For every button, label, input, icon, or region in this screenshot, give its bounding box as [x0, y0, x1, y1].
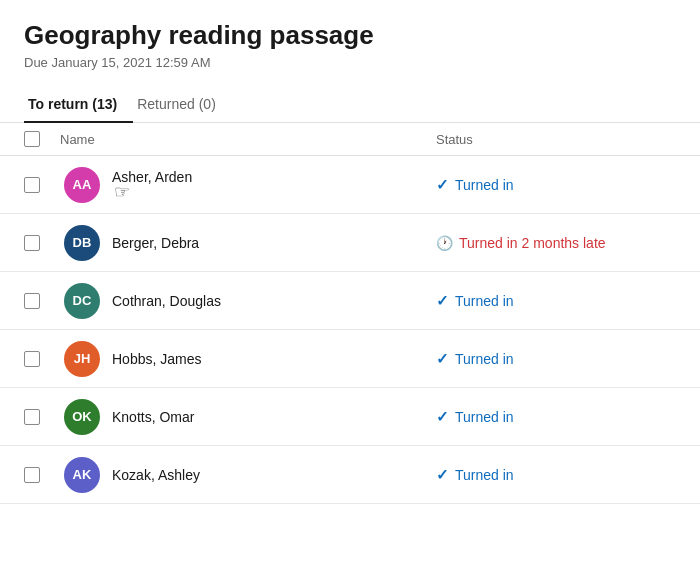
- column-status-header: Status: [436, 132, 676, 147]
- tabs-container: To return (13) Returned (0): [0, 82, 700, 123]
- table-row[interactable]: DBBerger, Debra🕐Turned in 2 months late: [0, 214, 700, 272]
- page-header: Geography reading passage Due January 15…: [0, 0, 700, 82]
- checkmark-icon: ✓: [436, 466, 449, 484]
- table-row[interactable]: JHHobbs, James✓Turned in: [0, 330, 700, 388]
- avatar: OK: [64, 399, 100, 435]
- row-checkbox-area[interactable]: [24, 409, 60, 425]
- status-text: Turned in: [455, 409, 514, 425]
- checkmark-icon: ✓: [436, 292, 449, 310]
- row-checkbox[interactable]: [24, 293, 40, 309]
- row-checkbox[interactable]: [24, 409, 40, 425]
- avatar: AK: [64, 457, 100, 493]
- table-row[interactable]: AAAsher, Arden☞✓Turned in: [0, 156, 700, 214]
- row-checkbox-area[interactable]: [24, 293, 60, 309]
- row-checkbox-area[interactable]: [24, 351, 60, 367]
- student-name: Hobbs, James: [112, 351, 436, 367]
- table-row[interactable]: AKKozak, Ashley✓Turned in: [0, 446, 700, 504]
- status-text: Turned in: [455, 293, 514, 309]
- student-list: AAAsher, Arden☞✓Turned inDBBerger, Debra…: [0, 156, 700, 504]
- status-cell: 🕐Turned in 2 months late: [436, 235, 676, 251]
- row-checkbox-area[interactable]: [24, 177, 60, 193]
- row-checkbox[interactable]: [24, 235, 40, 251]
- tab-to-return[interactable]: To return (13): [24, 82, 133, 122]
- status-text: Turned in: [455, 467, 514, 483]
- status-text: Turned in: [455, 177, 514, 193]
- student-name: Berger, Debra: [112, 235, 436, 251]
- avatar: AA: [64, 167, 100, 203]
- column-name-header: Name: [60, 132, 436, 147]
- status-cell: ✓Turned in: [436, 292, 676, 310]
- select-all-checkbox[interactable]: [24, 131, 40, 147]
- avatar: JH: [64, 341, 100, 377]
- status-text: Turned in: [455, 351, 514, 367]
- row-checkbox[interactable]: [24, 467, 40, 483]
- page-title: Geography reading passage: [24, 20, 676, 51]
- student-name: Knotts, Omar: [112, 409, 436, 425]
- student-name: Cothran, Douglas: [112, 293, 436, 309]
- status-cell: ✓Turned in: [436, 466, 676, 484]
- status-text: Turned in 2 months late: [459, 235, 606, 251]
- status-cell: ✓Turned in: [436, 408, 676, 426]
- avatar: DB: [64, 225, 100, 261]
- tab-returned[interactable]: Returned (0): [133, 82, 232, 122]
- status-cell: ✓Turned in: [436, 350, 676, 368]
- avatar: DC: [64, 283, 100, 319]
- status-cell: ✓Turned in: [436, 176, 676, 194]
- row-checkbox-area[interactable]: [24, 467, 60, 483]
- row-checkbox[interactable]: [24, 351, 40, 367]
- table-header: Name Status: [0, 123, 700, 156]
- checkmark-icon: ✓: [436, 350, 449, 368]
- checkmark-icon: ✓: [436, 176, 449, 194]
- row-checkbox[interactable]: [24, 177, 40, 193]
- table-row[interactable]: OKKnotts, Omar✓Turned in: [0, 388, 700, 446]
- checkmark-icon: ✓: [436, 408, 449, 426]
- due-date: Due January 15, 2021 12:59 AM: [24, 55, 676, 70]
- row-checkbox-area[interactable]: [24, 235, 60, 251]
- table-row[interactable]: DCCothran, Douglas✓Turned in: [0, 272, 700, 330]
- clock-icon: 🕐: [436, 235, 453, 251]
- select-all-checkbox-area[interactable]: [24, 131, 60, 147]
- hand-cursor-icon: ☞: [114, 183, 436, 201]
- student-name: Kozak, Ashley: [112, 467, 436, 483]
